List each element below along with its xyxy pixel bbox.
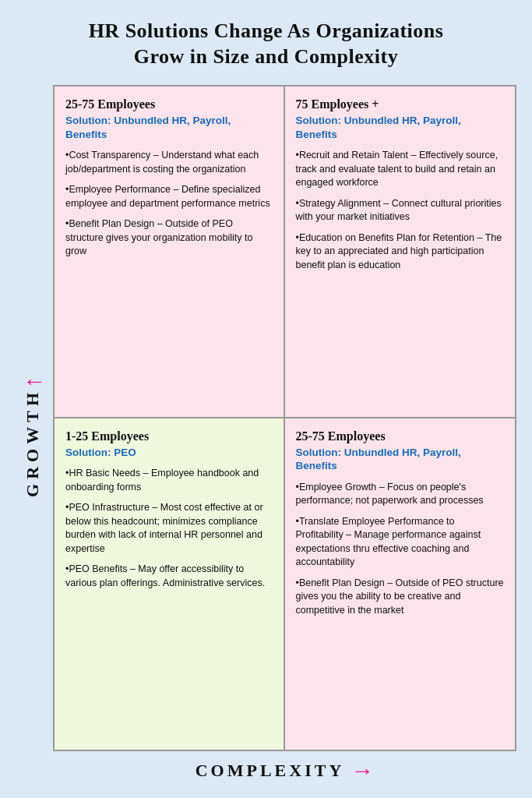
quadrant-top-right: 75 Employees + Solution: Unbundled HR, P… xyxy=(285,87,516,418)
quadrant-top-left: 25-75 Employees Solution: Unbundled HR, … xyxy=(55,87,285,418)
quadrant-grid: 25-75 Employees Solution: Unbundled HR, … xyxy=(53,85,516,751)
complexity-axis: COMPLEXITY → xyxy=(53,751,516,782)
br-employees: 25-75 Employees xyxy=(296,429,505,443)
growth-label: GROWTH xyxy=(23,388,43,497)
tl-item-2: •Employee Performance – Define specializ… xyxy=(65,183,273,210)
tl-item-3: •Benefit Plan Design – Outside of PEO st… xyxy=(65,217,273,259)
bl-employees: 1-25 Employees xyxy=(65,429,273,443)
br-item-1: •Employee Growth – Focus on people's per… xyxy=(296,481,505,508)
bl-solution: Solution: PEO xyxy=(65,446,273,460)
br-item-3: •Benefit Plan Design – Outside of PEO st… xyxy=(296,577,505,618)
growth-arrow-icon: ↑ xyxy=(19,376,46,388)
bl-item-3: •PEO Benefits – May offer accessibility … xyxy=(65,563,273,590)
br-solution: Solution: Unbundled HR, Payroll, Benefit… xyxy=(296,446,505,473)
tl-employees: 25-75 Employees xyxy=(65,97,273,111)
growth-axis: ↑ GROWTH xyxy=(16,85,50,782)
bl-item-1: •HR Basic Needs – Employee handbook and … xyxy=(65,467,273,494)
quadrant-bottom-right: 25-75 Employees Solution: Unbundled HR, … xyxy=(285,418,516,750)
tr-employees: 75 Employees + xyxy=(296,97,505,111)
tl-item-1: •Cost Transparency – Understand what eac… xyxy=(65,149,273,176)
tr-item-1: •Recruit and Retain Talent – Effectively… xyxy=(296,149,505,190)
tr-item-3: •Education on Benefits Plan for Retentio… xyxy=(296,231,505,273)
page-title: HR Solutions Change As Organizations Gro… xyxy=(89,19,444,69)
bl-item-2: •PEO Infrastructure – Most cost effectiv… xyxy=(65,501,273,556)
complexity-arrow-icon: → xyxy=(351,759,374,782)
br-item-2: •Translate Employee Performance to Profi… xyxy=(296,515,505,570)
grid-and-complexity: 25-75 Employees Solution: Unbundled HR, … xyxy=(53,85,516,782)
tr-item-2: •Strategy Alignment – Connect cultural p… xyxy=(296,197,505,224)
complexity-label: COMPLEXITY xyxy=(196,761,345,781)
tr-solution: Solution: Unbundled HR, Payroll, Benefit… xyxy=(296,114,505,141)
tl-solution: Solution: Unbundled HR, Payroll, Benefit… xyxy=(65,114,273,141)
quadrant-bottom-left: 1-25 Employees Solution: PEO •HR Basic N… xyxy=(55,418,285,750)
chart-wrapper: ↑ GROWTH 25-75 Employees Solution: Unbun… xyxy=(16,85,516,782)
